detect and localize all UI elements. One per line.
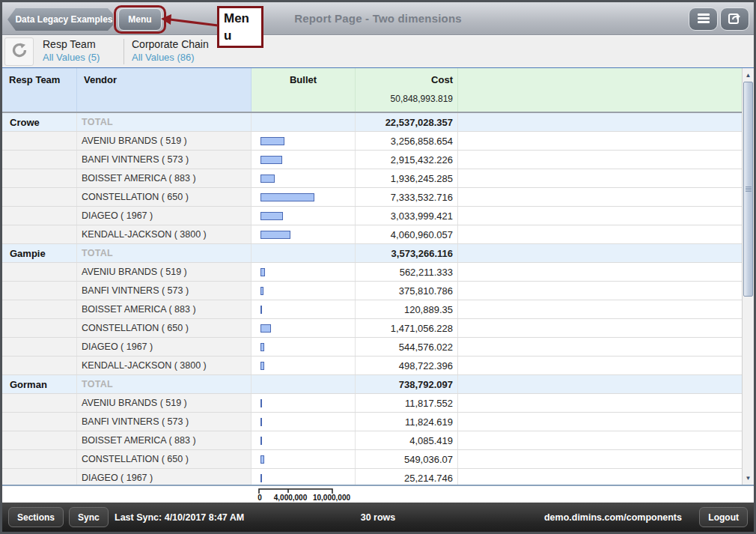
bullet-cell: [252, 450, 356, 468]
group-total-row[interactable]: GampieTOTAL3,573,266.116: [2, 244, 742, 263]
team-name-cell: [2, 469, 77, 485]
page-title: Report Page - Two dimensions: [2, 12, 754, 25]
bullet-bar: [260, 399, 262, 407]
filler-cell: [458, 113, 742, 131]
bullet-bar: [260, 362, 264, 370]
vendor-name-cell: AVENIU BRANDS ( 519 ): [77, 263, 252, 281]
hamburger-menu-button[interactable]: [689, 7, 718, 31]
vendor-row[interactable]: KENDALL-JACKSON ( 3800 )498,722.396: [2, 356, 742, 375]
vendor-row[interactable]: BANFI VINTNERS ( 573 )375,810.786: [2, 282, 742, 300]
filter-resp-team[interactable]: Resp Team All Values (5): [43, 38, 100, 63]
share-export-button[interactable]: [720, 7, 749, 31]
vendor-name-cell: CONSTELLATION ( 650 ): [77, 188, 252, 206]
menu-callout-box: Menu: [217, 6, 263, 48]
vendor-name-cell: CONSTELLATION ( 650 ): [77, 450, 252, 468]
vendor-name-cell: BOISSET AMERICA ( 883 ): [77, 431, 252, 449]
bullet-cell: [252, 431, 356, 449]
filler-cell: [458, 225, 742, 243]
filler-cell: [458, 319, 742, 337]
cost-cell: 2,915,432.226: [356, 151, 458, 169]
filler-cell: [458, 338, 742, 356]
cost-cell: 11,824.619: [356, 413, 458, 431]
vendor-row[interactable]: DIAGEO ( 1967 )25,214.746: [2, 469, 742, 485]
cost-cell: 1,471,056.228: [356, 319, 458, 337]
bullet-bar: [260, 268, 265, 276]
vendor-name-cell: AVENIU BRANDS ( 519 ): [77, 394, 252, 412]
vendor-row[interactable]: KENDALL-JACKSON ( 3800 )4,060,960.057: [2, 225, 742, 244]
cost-header-label: Cost: [356, 74, 453, 85]
vendor-row[interactable]: CONSTELLATION ( 650 )1,471,056.228: [2, 319, 742, 338]
filler-cell: [458, 356, 742, 374]
bullet-cell: [252, 169, 356, 187]
vendor-name-cell: DIAGEO ( 1967 ): [77, 207, 252, 225]
cost-cell: 4,085.419: [356, 431, 458, 449]
bullet-bar: [260, 324, 271, 333]
app-window: Data Legacy Examples Menu Report Page - …: [0, 0, 756, 534]
bullet-axis-strip: 0 4,000,000 10,000,000: [2, 485, 754, 503]
vendor-name-cell: BOISSET AMERICA ( 883 ): [77, 300, 252, 318]
cost-cell: 3,033,999.421: [356, 207, 458, 225]
column-header-cost[interactable]: Cost 50,848,993.819: [356, 68, 458, 112]
scroll-down-arrow-icon[interactable]: ▼: [743, 473, 754, 484]
vendor-row[interactable]: BOISSET AMERICA ( 883 )120,889.35: [2, 300, 742, 319]
bullet-cell: [252, 263, 356, 281]
share-export-icon: [727, 10, 743, 28]
bullet-cell: [252, 151, 356, 169]
filler-cell: [458, 300, 742, 318]
team-name-cell: [2, 169, 77, 187]
table-body: CroweTOTAL22,537,028.357AVENIU BRANDS ( …: [2, 113, 742, 485]
cost-cell: 498,722.396: [356, 356, 458, 374]
vendor-row[interactable]: AVENIU BRANDS ( 519 )11,817.552: [2, 394, 742, 413]
column-header-resp-team[interactable]: Resp Team: [2, 68, 77, 112]
group-total-row[interactable]: GormanTOTAL738,792.097: [2, 375, 742, 394]
cost-cell: 3,573,266.116: [356, 244, 458, 262]
total-label-cell: TOTAL: [77, 113, 252, 131]
team-name-cell: [2, 188, 77, 206]
vendor-row[interactable]: CONSTELLATION ( 650 )549,036.07: [2, 450, 742, 469]
bottom-bar: Sections Sync Last Sync: 4/10/2017 8:47 …: [2, 503, 754, 532]
vendor-row[interactable]: AVENIU BRANDS ( 519 )562,211.333: [2, 263, 742, 282]
host-text: demo.dimins.com/components: [544, 512, 682, 523]
filter-corporate-chain[interactable]: Corporate Chain All Values (86): [132, 38, 209, 63]
bullet-cell: [252, 188, 356, 206]
filler-cell: [458, 169, 742, 187]
vendor-row[interactable]: AVENIU BRANDS ( 519 )3,256,858.654: [2, 132, 742, 151]
vendor-row[interactable]: BOISSET AMERICA ( 883 )1,936,245.285: [2, 169, 742, 188]
filler-cell: [458, 207, 742, 225]
bullet-cell: [252, 244, 356, 262]
vendor-name-cell: BANFI VINTNERS ( 573 ): [77, 413, 252, 431]
filler-cell: [458, 431, 742, 449]
vertical-scrollbar[interactable]: ▲ ▼: [742, 68, 754, 485]
cost-cell: 25,214.746: [356, 469, 458, 485]
scroll-up-arrow-icon[interactable]: ▲: [743, 70, 754, 81]
team-name-cell: [2, 263, 77, 281]
vendor-row[interactable]: CONSTELLATION ( 650 )7,333,532.716: [2, 188, 742, 207]
refresh-button[interactable]: [4, 37, 34, 66]
filler-cell: [458, 263, 742, 281]
cost-cell: 738,792.097: [356, 375, 458, 393]
vendor-row[interactable]: BANFI VINTNERS ( 573 )11,824.619: [2, 413, 742, 431]
vendor-row[interactable]: BANFI VINTNERS ( 573 )2,915,432.226: [2, 151, 742, 169]
filler-cell: [458, 450, 742, 468]
vendor-name-cell: KENDALL-JACKSON ( 3800 ): [77, 356, 252, 374]
vendor-row[interactable]: DIAGEO ( 1967 )544,576.022: [2, 338, 742, 356]
team-name-cell: [2, 300, 77, 318]
hamburger-icon: [696, 12, 711, 27]
scrollbar-grip: [746, 186, 752, 192]
team-name-cell: [2, 282, 77, 300]
bullet-cell: [252, 207, 356, 225]
group-total-row[interactable]: CroweTOTAL22,537,028.357: [2, 113, 742, 132]
cost-cell: 120,889.35: [356, 300, 458, 318]
scrollbar-thumb[interactable]: [743, 82, 753, 297]
team-name-cell: Gorman: [2, 375, 77, 393]
column-header-vendor[interactable]: Vendor: [77, 68, 252, 112]
filter-value: All Values (86): [132, 52, 209, 63]
bullet-bar: [260, 306, 262, 314]
filler-cell: [458, 413, 742, 431]
column-header-bullet[interactable]: Bullet: [252, 68, 356, 112]
vendor-row[interactable]: BOISSET AMERICA ( 883 )4,085.419: [2, 431, 742, 450]
cost-cell: 549,036.07: [356, 450, 458, 468]
vendor-row[interactable]: DIAGEO ( 1967 )3,033,999.421: [2, 207, 742, 225]
total-label-cell: TOTAL: [77, 244, 252, 262]
logout-button[interactable]: Logout: [699, 507, 748, 527]
